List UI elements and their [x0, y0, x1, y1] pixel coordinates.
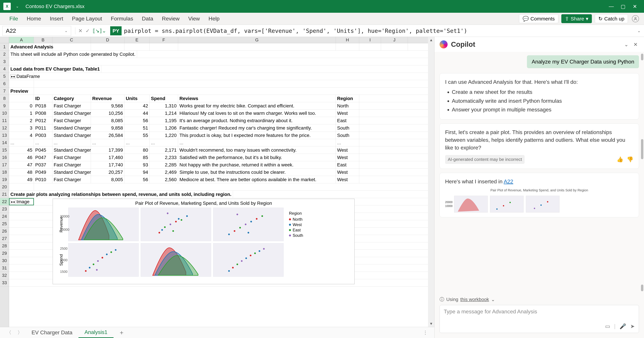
- excel-app-icon[interactable]: X: [3, 3, 11, 10]
- tab-formulas[interactable]: Formulas: [106, 13, 138, 24]
- copilot-source[interactable]: ⓘ Using this workbook ⌄: [440, 296, 639, 303]
- row-header[interactable]: 28: [0, 242, 9, 250]
- tab-home[interactable]: Home: [22, 13, 46, 24]
- row-header[interactable]: 6: [0, 80, 9, 87]
- cell-dataframe[interactable]: ▸◂DataFrame: [9, 73, 34, 80]
- tab-data[interactable]: Data: [138, 13, 158, 24]
- row-header[interactable]: 11: [0, 117, 9, 124]
- table-header[interactable]: Category: [52, 95, 91, 102]
- col-header[interactable]: F: [150, 37, 178, 43]
- row-header[interactable]: 26: [0, 228, 9, 235]
- row-header[interactable]: 19: [0, 176, 9, 183]
- pairplot-chart[interactable]: Pair Plot of Revenue, Marketing Spend, a…: [53, 199, 354, 284]
- cancel-formula-icon[interactable]: ✕: [78, 28, 82, 34]
- mic-icon[interactable]: 🎤: [620, 323, 626, 330]
- tab-help[interactable]: Help: [204, 13, 224, 24]
- tab-review[interactable]: Review: [158, 13, 184, 24]
- send-icon[interactable]: ➤: [630, 323, 635, 330]
- row-header[interactable]: 1: [0, 43, 9, 51]
- col-header[interactable]: H: [336, 37, 359, 43]
- row-header[interactable]: 8: [0, 95, 9, 102]
- row-header[interactable]: 33: [0, 279, 9, 287]
- cell[interactable]: This sheet will include all Python code …: [9, 51, 137, 58]
- thumbs-up-icon[interactable]: 👍: [617, 156, 623, 163]
- row-header[interactable]: 18: [0, 169, 9, 176]
- tab-insert[interactable]: Insert: [46, 13, 68, 24]
- cell[interactable]: Load data from EV Charger Data, Table1: [9, 65, 101, 72]
- table-header[interactable]: Units: [124, 95, 150, 102]
- row-header[interactable]: 29: [0, 250, 9, 257]
- table-header[interactable]: Reviews: [178, 95, 336, 102]
- col-header[interactable]: A: [9, 37, 34, 43]
- sheet-tab-evdata[interactable]: EV Charger Data: [26, 328, 78, 338]
- row-header[interactable]: 22: [0, 198, 9, 205]
- col-header[interactable]: J: [381, 37, 408, 43]
- copilot-input[interactable]: Type a message for Advanced Analysis ▭ |…: [440, 305, 639, 333]
- row-header[interactable]: 21: [0, 191, 9, 198]
- comments-button[interactable]: 💬Comments: [519, 14, 558, 23]
- row-header[interactable]: 27: [0, 235, 9, 242]
- catch-up-button[interactable]: ↻Catch up: [595, 14, 628, 23]
- attach-icon[interactable]: ▭: [605, 323, 610, 330]
- chevron-down-icon[interactable]: ⌄: [623, 40, 630, 49]
- row-header[interactable]: 17: [0, 161, 9, 169]
- scroll-down-icon[interactable]: ▼: [428, 321, 434, 327]
- python-dropdown-icon[interactable]: ⟦↘⟧⌄: [93, 28, 106, 34]
- filename[interactable]: Contoso EV Chargers.xlsx: [26, 3, 84, 9]
- row-header[interactable]: 31: [0, 265, 9, 272]
- row-header[interactable]: 25: [0, 220, 9, 228]
- share-button[interactable]: ⇪Share▾: [561, 14, 592, 23]
- table-header[interactable]: Revenue: [91, 95, 124, 102]
- cell[interactable]: Preview: [9, 87, 34, 95]
- vertical-scrollbar[interactable]: ▲ ▼: [428, 37, 434, 327]
- profile-button[interactable]: [632, 15, 639, 22]
- col-header[interactable]: I: [359, 37, 381, 43]
- name-box[interactable]: A22⌄: [2, 26, 71, 36]
- next-sheet-icon[interactable]: 〉: [14, 329, 26, 336]
- table-header[interactable]: Spend: [150, 95, 178, 102]
- formula-text[interactable]: pairplot = sns.pairplot(EVData_df, vars=…: [124, 27, 637, 34]
- copilot-scrollbar[interactable]: [640, 52, 643, 293]
- close-button[interactable]: ✕: [629, 2, 641, 10]
- table-header[interactable]: Region: [336, 95, 359, 102]
- qat-dropdown-icon[interactable]: ⌄: [16, 4, 19, 8]
- maximize-button[interactable]: ▢: [617, 2, 629, 10]
- tab-file[interactable]: File: [5, 13, 22, 24]
- row-header[interactable]: 30: [0, 257, 9, 265]
- row-header[interactable]: 24: [0, 213, 9, 220]
- chevron-down-icon[interactable]: ⌄: [64, 29, 68, 33]
- add-sheet-button[interactable]: ＋: [114, 329, 130, 337]
- row-header[interactable]: 13: [0, 132, 9, 139]
- row-header[interactable]: 3: [0, 58, 9, 65]
- accept-formula-icon[interactable]: ✓: [86, 28, 90, 34]
- cell[interactable]: Create pair plots analyzing relationship…: [9, 191, 233, 198]
- row-header[interactable]: 7: [0, 87, 9, 95]
- row-header[interactable]: 12: [0, 124, 9, 132]
- row-header[interactable]: 20: [0, 183, 9, 191]
- cell-link[interactable]: A22: [504, 178, 513, 185]
- chevron-down-icon[interactable]: ⌄: [491, 297, 495, 302]
- thumbs-down-icon[interactable]: 👎: [627, 156, 634, 163]
- col-header[interactable]: E: [124, 37, 150, 43]
- row-header[interactable]: 9: [0, 102, 9, 110]
- row-header[interactable]: 14: [0, 139, 9, 146]
- row-header[interactable]: 2: [0, 51, 9, 58]
- row-header[interactable]: 10: [0, 110, 9, 117]
- scroll-up-icon[interactable]: ▲: [428, 37, 434, 43]
- sheet-tab-analysis1[interactable]: Analysis1: [78, 327, 114, 338]
- row-header[interactable]: 16: [0, 154, 9, 161]
- col-header[interactable]: C: [52, 37, 91, 43]
- row-header[interactable]: 4: [0, 65, 9, 73]
- cell[interactable]: Advanced Analysis: [9, 43, 34, 50]
- row-header[interactable]: 32: [0, 272, 9, 279]
- col-header[interactable]: G: [178, 37, 336, 43]
- minimize-button[interactable]: —: [606, 2, 617, 10]
- prev-sheet-icon[interactable]: 〈: [3, 329, 14, 336]
- cell-image-selected[interactable]: ▸◂Image: [9, 198, 34, 205]
- row-header[interactable]: 5: [0, 73, 9, 80]
- sheet-menu-icon[interactable]: ⋮: [420, 330, 431, 335]
- table-header[interactable]: ID: [34, 95, 52, 102]
- col-header[interactable]: D: [91, 37, 124, 43]
- tab-view[interactable]: View: [184, 13, 204, 24]
- expand-formula-icon[interactable]: ⌄: [637, 28, 641, 33]
